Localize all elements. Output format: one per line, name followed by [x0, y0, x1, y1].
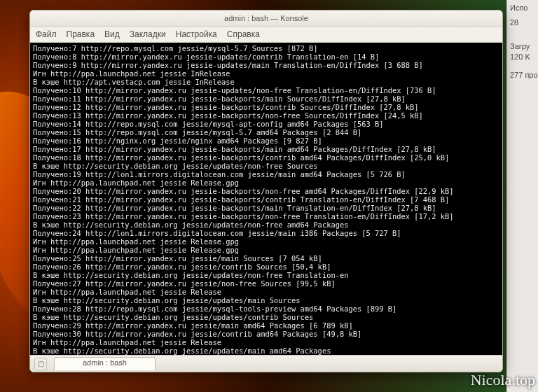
terminal-line: Игн http://ppa.launchpad.net jessie Rele… — [33, 288, 499, 296]
terminal-line: Получено:28 http://repo.mysql.com jessie… — [33, 304, 499, 313]
menu-settings[interactable]: Настройка — [176, 29, 217, 39]
terminal-line: Игн http://ppa.launchpad.net jessie Rele… — [33, 237, 499, 246]
menu-file[interactable]: Файл — [36, 29, 57, 39]
terminal-line: Получено:7 http://repo.mysql.com jessie/… — [33, 44, 499, 52]
menu-edit[interactable]: Правка — [67, 29, 95, 39]
terminal-output[interactable]: Получено:7 http://repo.mysql.com jessie/… — [30, 43, 502, 355]
terminal-line: Получено:13 http://mirror.yandex.ru jess… — [33, 111, 499, 120]
terminal-line: Получено:12 http://mirror.yandex.ru jess… — [33, 103, 499, 111]
terminal-line: В кэше http://security.debian.org jessie… — [33, 271, 499, 279]
terminal-line: Получено:9 http://mirror.yandex.ru jessi… — [33, 61, 499, 69]
terminal-line: Игн http://ppa.launchpad.net jessie Rele… — [33, 246, 499, 254]
terminal-line: Получено:23 http://mirror.yandex.ru jess… — [33, 212, 499, 220]
terminal-line: Получено:14 http://repo.mysql.com jessie… — [33, 120, 499, 128]
terminal-line: Получено:22 http://mirror.yandex.ru jess… — [33, 204, 499, 212]
menu-help[interactable]: Справка — [227, 29, 260, 39]
terminal-line: Игн http://ppa.launchpad.net jessie Rele… — [33, 338, 499, 346]
terminal-line: Получено:30 http://mirror.yandex.ru jess… — [33, 330, 499, 338]
terminal-line: Получено:21 http://mirror.yandex.ru jess… — [33, 195, 499, 204]
menu-view[interactable]: Вид — [104, 29, 120, 39]
window-titlebar[interactable]: admin : bash — Konsole — [30, 10, 502, 27]
panel-text: 277 про — [510, 70, 538, 80]
terminal-line: Получено:29 http://mirror.yandex.ru jess… — [33, 321, 499, 330]
terminal-line: В кэше http://security.debian.org jessie… — [33, 162, 499, 170]
new-tab-icon: ▢ — [38, 360, 44, 368]
tab-bar: ▢ admin : bash — [30, 355, 502, 372]
terminal-line: Получено:24 http://lon1.mirrors.digitalo… — [33, 229, 499, 237]
tab-label: admin : bash — [83, 358, 127, 367]
terminal-line: Получено:20 http://mirror.yandex.ru jess… — [33, 187, 499, 195]
terminal-line: В кэше http://security.debian.org jessie… — [33, 313, 499, 321]
system-side-panel: Испо 28 Загру 120 K 277 про — [506, 0, 538, 392]
terminal-line: Получено:15 http://repo.mysql.com jessie… — [33, 128, 499, 136]
terminal-line: Получено:19 http://lon1.mirrors.digitalo… — [33, 170, 499, 178]
terminal-line: Получено:25 http://mirror.yandex.ru jess… — [33, 254, 499, 262]
watermark-text: Nicola.top — [471, 371, 535, 389]
terminal-line: Получено:27 http://mirror.yandex.ru jess… — [33, 279, 499, 288]
window-title: admin : bash — Konsole — [224, 14, 308, 22]
terminal-line: В кэше http://security.debian.org jessie… — [33, 346, 499, 355]
panel-text: Загру — [510, 41, 538, 52]
menubar: Файл Правка Вид Закладки Настройка Справ… — [30, 27, 502, 43]
terminal-line: Получено:11 http://mirror.yandex.ru jess… — [33, 94, 499, 103]
terminal-line: Получено:18 http://mirror.yandex.ru jess… — [33, 153, 499, 162]
menu-bookmarks[interactable]: Закладки — [130, 29, 166, 39]
terminal-line: Получено:17 http://mirror.yandex.ru jess… — [33, 145, 499, 153]
panel-text: 28 — [510, 18, 538, 28]
terminal-line: В кэше http://security.debian.org jessie… — [33, 296, 499, 304]
terminal-line: В кэше http://apt.vestacp.com jessie InR… — [33, 78, 499, 86]
terminal-line: Получено:16 http://nginx.org jessie/ngin… — [33, 136, 499, 145]
terminal-line: Получено:8 http://mirror.yandex.ru jessi… — [33, 52, 499, 61]
terminal-line: В кэше http://security.debian.org jessie… — [33, 220, 499, 229]
terminal-line: Получено:10 http://mirror.yandex.ru jess… — [33, 86, 499, 94]
panel-text: 120 K — [510, 52, 538, 62]
panel-text: Испо — [510, 3, 538, 13]
tab-admin-bash[interactable]: admin : bash — [54, 357, 156, 370]
terminal-line: Получено:26 http://mirror.yandex.ru jess… — [33, 262, 499, 271]
terminal-line: Игн http://ppa.launchpad.net jessie Rele… — [33, 178, 499, 187]
terminal-line: Игн http://ppa.launchpad.net jessie InRe… — [33, 69, 499, 78]
new-tab-button[interactable]: ▢ — [34, 358, 47, 370]
konsole-window: admin : bash — Konsole Файл Правка Вид З… — [29, 10, 503, 372]
